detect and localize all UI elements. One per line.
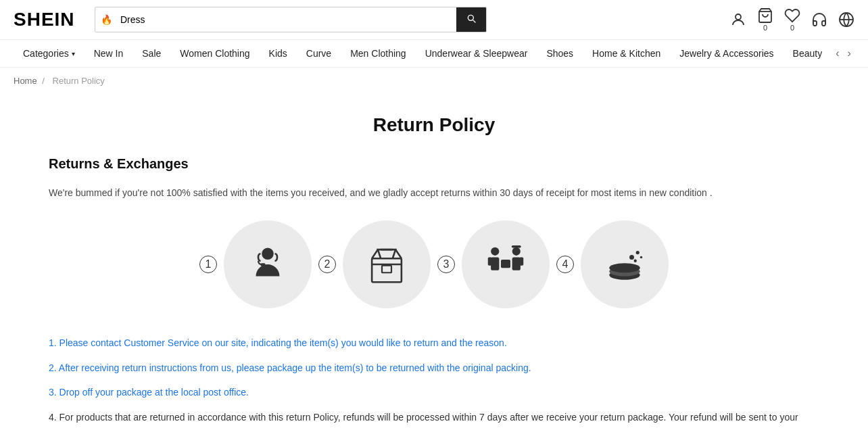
- nav-item-shoes[interactable]: Shoes: [537, 40, 583, 67]
- step-number-2: 2: [318, 256, 336, 273]
- step-number-4: 4: [556, 256, 574, 273]
- nav-scroll-left-button[interactable]: ‹: [831, 47, 843, 60]
- search-bar: 🔥: [95, 7, 487, 32]
- svg-point-20: [636, 251, 640, 254]
- nav-item-kids[interactable]: Kids: [260, 40, 297, 67]
- heart-icon: [784, 7, 800, 24]
- breadcrumb-separator: /: [42, 76, 45, 86]
- breadcrumb-current: Return Policy: [53, 76, 105, 86]
- svg-rect-10: [488, 258, 492, 266]
- headphones-icon-button[interactable]: [811, 11, 827, 28]
- user-icon-button[interactable]: [730, 11, 746, 28]
- nav-item-jewelry[interactable]: Jewelry & Accessories: [670, 40, 783, 67]
- search-button[interactable]: [456, 7, 486, 32]
- svg-rect-9: [491, 258, 499, 270]
- nav-item-women-clothing[interactable]: Women Clothing: [170, 40, 259, 67]
- nav-item-beauty[interactable]: Beauty: [783, 40, 832, 67]
- step-number-3: 3: [437, 256, 455, 273]
- step-number-1: 1: [199, 256, 217, 273]
- nav-item-men-clothing[interactable]: Men Clothing: [341, 40, 416, 67]
- step-4-text: 4. For products that are returned in acc…: [49, 410, 819, 428]
- search-icon: [466, 13, 477, 24]
- svg-rect-14: [519, 258, 523, 266]
- nav-item-new-in[interactable]: New In: [85, 40, 133, 67]
- headphones-icon: [811, 11, 827, 28]
- wishlist-count: 0: [790, 24, 794, 32]
- svg-point-21: [634, 260, 637, 262]
- section-title: Returns & Exchanges: [49, 156, 819, 172]
- header: SHEIN 🔥 0 0: [0, 0, 868, 40]
- fire-icon: 🔥: [95, 14, 118, 25]
- svg-rect-7: [382, 266, 391, 273]
- svg-point-22: [640, 256, 643, 259]
- svg-point-11: [512, 247, 521, 256]
- step-circle-4: [581, 220, 669, 308]
- header-icons: 0 0: [730, 7, 854, 32]
- nav-item-sale[interactable]: Sale: [132, 40, 170, 67]
- package-icon: [363, 241, 410, 288]
- cart-icon-button[interactable]: 0: [757, 7, 773, 32]
- refund-icon: [601, 241, 648, 288]
- cart-count: 0: [763, 24, 767, 32]
- svg-point-8: [491, 247, 499, 256]
- breadcrumb-home[interactable]: Home: [14, 76, 37, 86]
- step-3-text: 3. Drop off your package at the local po…: [49, 385, 819, 400]
- step-1-text: 1. Please contact Customer Service on ou…: [49, 335, 819, 350]
- main-content: Return Policy Returns & Exchanges We're …: [28, 94, 840, 428]
- svg-point-4: [262, 248, 274, 260]
- svg-point-18: [609, 264, 640, 273]
- categories-label: Categories: [23, 48, 69, 59]
- logo[interactable]: SHEIN: [14, 9, 81, 30]
- svg-point-0: [736, 14, 741, 20]
- intro-text: We're bummed if you're not 100% satisfie…: [49, 185, 819, 200]
- globe-icon: [838, 11, 854, 28]
- nav-item-curve[interactable]: Curve: [297, 40, 341, 67]
- handover-icon: [482, 241, 529, 288]
- user-icon: [730, 11, 746, 28]
- svg-rect-13: [512, 258, 521, 270]
- svg-point-19: [629, 255, 634, 260]
- page-title: Return Policy: [49, 114, 819, 136]
- svg-rect-6: [372, 259, 402, 283]
- step-circle-3: [462, 220, 550, 308]
- svg-rect-15: [501, 260, 510, 268]
- wishlist-icon-button[interactable]: 0: [784, 7, 800, 32]
- breadcrumb: Home / Return Policy: [0, 68, 868, 94]
- cart-icon: [757, 7, 773, 24]
- nav-scroll-right-button[interactable]: ›: [843, 47, 854, 60]
- step-2-text: 2. After receiving return instructions f…: [49, 360, 819, 375]
- categories-chevron-icon: ▾: [72, 50, 75, 57]
- steps-list: 1. Please contact Customer Service on ou…: [49, 335, 819, 428]
- step-circle-2: [343, 220, 431, 308]
- nav-item-home-kitchen[interactable]: Home & Kitchen: [583, 40, 670, 67]
- step-circle-1: [224, 220, 312, 308]
- main-nav: Categories ▾ New In Sale Women Clothing …: [0, 40, 868, 68]
- svg-rect-5: [261, 264, 266, 266]
- search-input[interactable]: [118, 9, 456, 30]
- nav-item-underwear[interactable]: Underwear & Sleepwear: [416, 40, 537, 67]
- svg-rect-12: [512, 245, 521, 248]
- customer-service-icon: [244, 241, 291, 288]
- categories-button[interactable]: Categories ▾: [14, 40, 85, 67]
- steps-row: 1 2: [49, 220, 819, 308]
- globe-icon-button[interactable]: [838, 11, 854, 28]
